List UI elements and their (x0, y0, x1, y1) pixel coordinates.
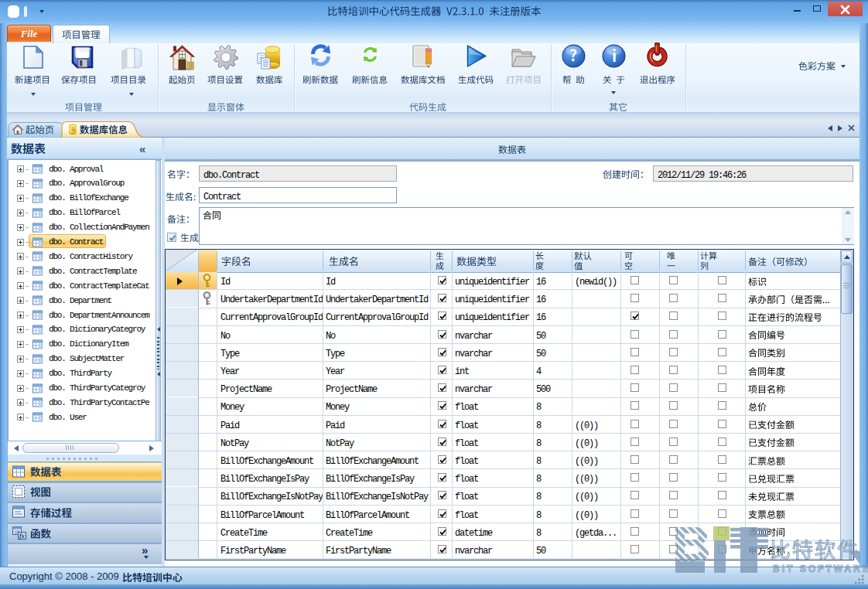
svg-text:fx: fx (19, 533, 25, 540)
